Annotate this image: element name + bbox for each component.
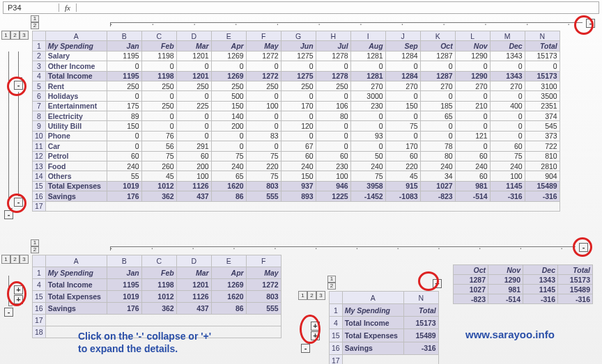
mini-table[interactable]: AN 1My SpendingTotal 4Total Income151731…: [329, 291, 439, 364]
row-level-2[interactable]: 2: [307, 291, 316, 300]
col-expand-button[interactable]: +: [433, 279, 442, 288]
instruction-text: Click on the '-' collapse or '+' to expa…: [78, 330, 211, 355]
table-row: 3Other Income0000000000000: [33, 61, 560, 71]
row-expand-income[interactable]: +: [311, 322, 320, 331]
col-level-2[interactable]: 2: [327, 283, 336, 290]
row-level-1[interactable]: 1: [298, 291, 307, 300]
row-level-3[interactable]: 3: [20, 31, 29, 40]
table-row: 16Savings176362437865558931225-1452-1083…: [33, 191, 560, 202]
table-row: -823-514-316-316: [454, 294, 593, 304]
right-columns-stub: OctNov DecTotal 128712901343151731027981…: [453, 264, 593, 304]
main-sheet: 1 2 3 - - - ABCD EFGH IJKL MN 1 My Spend…: [1, 31, 602, 212]
table-row: 12871290134315173: [454, 275, 593, 285]
table-row: 9Utility Bill1500020001200075000545: [33, 121, 560, 131]
header-row: 1 My Spending JanFebMarApr MayJunJulAug …: [33, 41, 560, 51]
table-row: 15Total Expenses1019101211261620803: [33, 291, 281, 303]
formula-bar: P34 fx: [3, 1, 599, 14]
table-row: 1027981114515489: [454, 285, 593, 294]
collapsed-table[interactable]: ABC DEF 1 My Spending JanFebMar AprMay 4…: [32, 255, 281, 338]
col-header-row: ABCD EFGH IJKL MN: [33, 31, 560, 41]
row-expand-expenses[interactable]: +: [311, 331, 320, 340]
name-box[interactable]: P34: [3, 3, 59, 12]
table-row: 16Savings17636243786555: [33, 303, 281, 315]
table-row: 7Entertainment17525022515010017010623015…: [33, 101, 560, 111]
table-row: 4Total Income15173: [330, 317, 439, 329]
row-outline: 1 2 3 - - -: [1, 31, 32, 212]
row-level-2[interactable]: 2: [10, 31, 20, 40]
table-row: 17: [33, 201, 560, 211]
table-row: 16Savings-316: [330, 342, 439, 354]
col-level-2[interactable]: 2: [31, 246, 39, 253]
column-outline: 1 2 .... .... .... -: [40, 15, 598, 31]
row-collapse-all[interactable]: -: [4, 308, 13, 317]
table-row: 13Food2402602002402202402302402202402402…: [33, 161, 560, 171]
table-row: 6Holidays000500000300000003500: [33, 91, 560, 101]
col-level-2[interactable]: 2: [31, 22, 39, 29]
row-level-3[interactable]: 3: [20, 255, 29, 264]
website-link[interactable]: www.sarayoo.info: [465, 329, 555, 340]
row-level-1[interactable]: 1: [1, 31, 10, 40]
row-collapse-expenses[interactable]: -: [14, 198, 23, 207]
row-level-3[interactable]: 3: [316, 291, 325, 300]
table-row: 5Rent25025025025025025025027027027027027…: [33, 81, 560, 90]
row-collapse-all[interactable]: -: [301, 344, 310, 353]
col-collapse-button[interactable]: -: [586, 19, 595, 28]
fx-label[interactable]: fx: [59, 3, 77, 12]
table-row: 11Car05629100670017078060722: [33, 141, 560, 151]
table-row: 2Salary119511981201126912721275127812811…: [33, 51, 560, 61]
table-row: 4Total Income11951198120112691272: [33, 279, 281, 291]
row-level-2[interactable]: 2: [10, 255, 20, 264]
col-level-1[interactable]: 1: [327, 276, 336, 283]
table-row: 10Phone07600830093001210373: [33, 131, 560, 141]
row-expand-expenses[interactable]: +: [14, 295, 23, 304]
col-level-1[interactable]: 1: [31, 239, 39, 246]
main-table[interactable]: ABCD EFGH IJKL MN 1 My Spending JanFebMa…: [32, 31, 560, 212]
table-row: 8Electricity89001400080006500374: [33, 111, 560, 121]
table-row: 4Total Income119511981201126912721275127…: [33, 71, 560, 81]
col-level-1[interactable]: 1: [31, 15, 39, 22]
row-expand-income[interactable]: +: [14, 285, 23, 294]
table-row: 15Total Expenses101910121126162080393794…: [33, 181, 560, 191]
table-row: 14Others5545100657515010075453460100904: [33, 171, 560, 181]
col-collapse-button[interactable]: -: [579, 243, 588, 252]
collapsed-cols-panel: 1 2 + 1 2 3 + + - AN 1My SpendingTotal 4…: [298, 276, 456, 364]
row-collapse-all[interactable]: -: [4, 210, 13, 219]
row-collapse-income[interactable]: -: [14, 81, 23, 90]
table-row: 15Total Expenses15489: [330, 329, 439, 342]
row-level-1[interactable]: 1: [1, 255, 10, 264]
table-row: 12Petrol607560757560605060806075810: [33, 151, 560, 161]
